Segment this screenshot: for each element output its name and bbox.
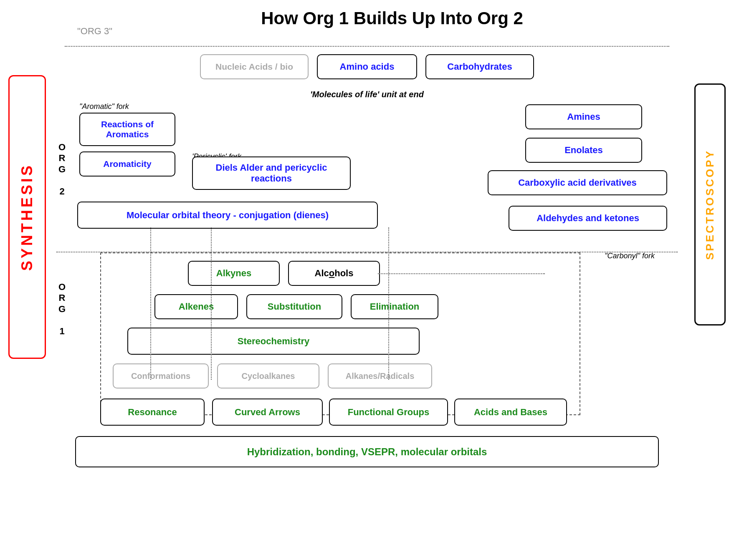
content-area: Nucleic Acids / bio Amino acids Carbohyd… (54, 48, 680, 552)
diels-alder-box: Diels Alder and pericyclic reactions (192, 156, 351, 190)
page-title: How Org 1 Builds Up Into Org 2 (8, 8, 726, 28)
spectroscopy-text: SPECTROSCOPY (704, 149, 716, 260)
aromatic-fork-label: "Aromatic" fork (79, 102, 129, 111)
functional-groups-box: Functional Groups (329, 399, 448, 426)
alcohols-box: Alcohols (288, 261, 380, 286)
org1-label: O R G 1 (58, 282, 66, 337)
alcohols-text: Alcohols (315, 268, 354, 279)
org3-label: "ORG 3" (77, 26, 112, 37)
mol-orbital-box: Molecular orbital theory - conjugation (… (77, 202, 378, 229)
cycloalkanes-box: Cycloalkanes (217, 363, 319, 388)
enolates-box: Enolates (525, 138, 642, 163)
conformations-box: Conformations (113, 363, 209, 388)
alkanes-radicals-box: Alkanes/Radicals (328, 363, 432, 388)
alkynes-box: Alkynes (188, 261, 280, 286)
hybridization-box: Hybridization, bonding, VSEPR, molecular… (75, 436, 659, 467)
amines-box: Amines (525, 104, 642, 129)
resonance-box: Resonance (100, 399, 205, 426)
substitution-box: Substitution (246, 294, 342, 319)
amino-acids-box: Amino acids (317, 54, 417, 79)
carbonyl-fork-label: "Carbonyl" fork (605, 252, 655, 260)
top-row: Nucleic Acids / bio Amino acids Carbohyd… (54, 54, 680, 79)
aldehydes-box: Aldehydes and ketones (509, 206, 667, 231)
main-container: How Org 1 Builds Up Into Org 2 "ORG 3" S… (0, 0, 734, 560)
reactions-aromatics-box: Reactions of Aromatics (79, 113, 175, 146)
stereochem-box: Stereochemistry (127, 328, 420, 355)
mid-divider-line (56, 252, 678, 252)
carbohydrates-box: Carbohydrates (425, 54, 534, 79)
spectroscopy-label: SPECTROSCOPY (694, 83, 726, 325)
aromaticity-box: Aromaticity (79, 151, 175, 177)
org2-label: O R G 2 (58, 142, 66, 197)
synthesis-label: SYNTHESIS (8, 75, 46, 359)
alkenes-box: Alkenes (154, 294, 238, 319)
synthesis-text: SYNTHESIS (19, 163, 35, 271)
mol-life-label: 'Molecules of life' unit at end (54, 90, 680, 99)
dotted-hline-alcohols (378, 273, 545, 274)
carboxylic-box: Carboxylic acid derivatives (488, 170, 667, 195)
acids-bases-box: Acids and Bases (454, 399, 567, 426)
top-divider-line (65, 46, 669, 47)
nucleic-acids-box: Nucleic Acids / bio (200, 54, 309, 79)
elimination-box: Elimination (351, 294, 438, 319)
dotted-vline-left1 (150, 227, 151, 380)
curved-arrows-box: Curved Arrows (212, 399, 323, 426)
